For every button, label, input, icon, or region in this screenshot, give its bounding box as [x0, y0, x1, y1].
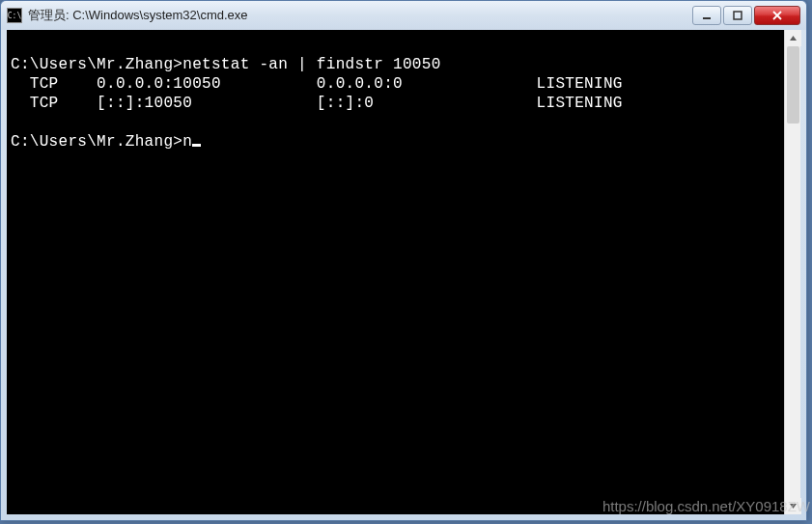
scroll-thumb[interactable]: [787, 46, 799, 124]
chevron-up-icon: [789, 34, 798, 42]
client-area: C:\Users\Mr.Zhang>netstat -an | findstr …: [7, 30, 800, 514]
close-icon: [771, 11, 783, 20]
maximize-icon: [733, 11, 742, 20]
close-button[interactable]: [754, 6, 800, 25]
minimize-icon: [702, 11, 712, 20]
vertical-scrollbar[interactable]: [784, 30, 800, 514]
terminal-line: TCP [::]:10050 [::]:0 LISTENING: [11, 95, 623, 112]
terminal-line: C:\Users\Mr.Zhang>n: [11, 133, 192, 151]
scroll-down-button[interactable]: [785, 498, 801, 514]
window-title: 管理员: C:\Windows\system32\cmd.exe: [28, 7, 692, 24]
svg-rect-0: [703, 17, 711, 19]
svg-rect-1: [734, 12, 742, 19]
titlebar[interactable]: C:\ 管理员: C:\Windows\system32\cmd.exe: [1, 1, 806, 30]
cursor: [192, 144, 201, 147]
terminal-output[interactable]: C:\Users\Mr.Zhang>netstat -an | findstr …: [7, 30, 784, 514]
window-controls: [692, 6, 800, 25]
minimize-button[interactable]: [692, 6, 721, 25]
maximize-button[interactable]: [723, 6, 752, 25]
terminal-line: C:\Users\Mr.Zhang>netstat -an | findstr …: [11, 56, 441, 73]
cmd-icon: C:\: [7, 8, 22, 23]
chevron-down-icon: [789, 502, 798, 510]
scroll-up-button[interactable]: [785, 30, 801, 46]
terminal-line: TCP 0.0.0.0:10050 0.0.0.0:0 LISTENING: [11, 75, 623, 93]
cmd-window: C:\ 管理员: C:\Windows\system32\cmd.exe C:\…: [0, 0, 807, 521]
